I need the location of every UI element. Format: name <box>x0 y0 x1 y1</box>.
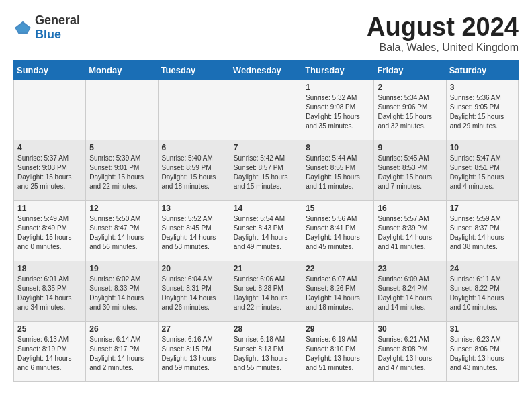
day-number: 16 <box>378 203 442 213</box>
header-sunday: Sunday <box>14 60 86 79</box>
cell-content: Sunrise: 5:34 AM Sunset: 9:06 PM Dayligh… <box>378 93 442 131</box>
calendar-cell: 2Sunrise: 5:34 AM Sunset: 9:06 PM Daylig… <box>374 79 446 140</box>
cell-content: Sunrise: 5:56 AM Sunset: 8:41 PM Dayligh… <box>306 214 370 252</box>
calendar-cell: 16Sunrise: 5:57 AM Sunset: 8:39 PM Dayli… <box>374 200 446 261</box>
cell-content: Sunrise: 5:59 AM Sunset: 8:37 PM Dayligh… <box>450 214 515 252</box>
cell-content: Sunrise: 6:02 AM Sunset: 8:33 PM Dayligh… <box>89 275 154 312</box>
cell-content: Sunrise: 6:19 AM Sunset: 8:10 PM Dayligh… <box>306 335 370 373</box>
day-number: 12 <box>89 203 154 213</box>
day-number: 13 <box>162 203 226 213</box>
day-number: 4 <box>17 143 82 152</box>
calendar-week-3: 18Sunrise: 6:01 AM Sunset: 8:35 PM Dayli… <box>14 261 519 321</box>
day-number: 3 <box>450 83 515 92</box>
header-saturday: Saturday <box>446 60 518 79</box>
day-number: 11 <box>17 203 82 213</box>
cell-content: Sunrise: 6:23 AM Sunset: 8:06 PM Dayligh… <box>450 335 515 373</box>
days-header-row: Sunday Monday Tuesday Wednesday Thursday… <box>14 60 519 79</box>
day-number: 5 <box>89 143 154 152</box>
calendar-cell: 14Sunrise: 5:54 AM Sunset: 8:43 PM Dayli… <box>230 200 302 261</box>
calendar-cell: 23Sunrise: 6:09 AM Sunset: 8:24 PM Dayli… <box>374 261 446 321</box>
day-number: 24 <box>450 264 515 273</box>
calendar-week-2: 11Sunrise: 5:49 AM Sunset: 8:49 PM Dayli… <box>14 200 519 261</box>
day-number: 25 <box>17 324 82 334</box>
cell-content: Sunrise: 5:40 AM Sunset: 8:59 PM Dayligh… <box>162 154 226 191</box>
calendar-cell <box>14 79 86 140</box>
calendar-cell: 29Sunrise: 6:19 AM Sunset: 8:10 PM Dayli… <box>302 321 374 381</box>
header-friday: Friday <box>374 60 446 79</box>
day-number: 9 <box>378 143 442 152</box>
calendar-cell: 18Sunrise: 6:01 AM Sunset: 8:35 PM Dayli… <box>14 261 86 321</box>
cell-content: Sunrise: 5:57 AM Sunset: 8:39 PM Dayligh… <box>378 214 442 252</box>
logo-general: General <box>35 13 80 27</box>
cell-content: Sunrise: 5:36 AM Sunset: 9:05 PM Dayligh… <box>450 93 515 131</box>
cell-content: Sunrise: 6:18 AM Sunset: 8:13 PM Dayligh… <box>234 335 298 373</box>
cell-content: Sunrise: 5:50 AM Sunset: 8:47 PM Dayligh… <box>89 214 154 252</box>
cell-content: Sunrise: 5:52 AM Sunset: 8:45 PM Dayligh… <box>162 214 226 252</box>
cell-content: Sunrise: 6:21 AM Sunset: 8:08 PM Dayligh… <box>378 335 442 373</box>
header-wednesday: Wednesday <box>230 60 302 79</box>
calendar-cell: 20Sunrise: 6:04 AM Sunset: 8:31 PM Dayli… <box>158 261 230 321</box>
cell-content: Sunrise: 6:14 AM Sunset: 8:17 PM Dayligh… <box>89 335 154 373</box>
logo-icon <box>13 20 32 35</box>
calendar-table: Sunday Monday Tuesday Wednesday Thursday… <box>13 60 519 382</box>
cell-content: Sunrise: 6:11 AM Sunset: 8:22 PM Dayligh… <box>450 275 515 312</box>
calendar-cell: 26Sunrise: 6:14 AM Sunset: 8:17 PM Dayli… <box>86 321 158 381</box>
day-number: 6 <box>162 143 226 152</box>
cell-content: Sunrise: 5:47 AM Sunset: 8:51 PM Dayligh… <box>450 154 515 191</box>
calendar-cell: 22Sunrise: 6:07 AM Sunset: 8:26 PM Dayli… <box>302 261 374 321</box>
cell-content: Sunrise: 6:07 AM Sunset: 8:26 PM Dayligh… <box>306 275 370 312</box>
day-number: 18 <box>17 264 82 273</box>
calendar-cell: 13Sunrise: 5:52 AM Sunset: 8:45 PM Dayli… <box>158 200 230 261</box>
title-area: August 2024 Bala, Wales, United Kingdom <box>367 13 519 54</box>
logo: GeneralBlue <box>13 13 80 42</box>
day-number: 27 <box>162 324 226 334</box>
day-number: 2 <box>378 83 442 92</box>
cell-content: Sunrise: 5:44 AM Sunset: 8:55 PM Dayligh… <box>306 154 370 191</box>
logo-blue: Blue <box>35 28 61 41</box>
calendar-cell: 6Sunrise: 5:40 AM Sunset: 8:59 PM Daylig… <box>158 140 230 200</box>
calendar-cell: 24Sunrise: 6:11 AM Sunset: 8:22 PM Dayli… <box>446 261 518 321</box>
cell-content: Sunrise: 5:39 AM Sunset: 9:01 PM Dayligh… <box>89 154 154 191</box>
logo-text: GeneralBlue <box>35 13 80 42</box>
calendar-cell <box>158 79 230 140</box>
day-number: 14 <box>234 203 298 213</box>
cell-content: Sunrise: 5:42 AM Sunset: 8:57 PM Dayligh… <box>234 154 298 191</box>
day-number: 28 <box>234 324 298 334</box>
day-number: 15 <box>306 203 370 213</box>
location-title: Bala, Wales, United Kingdom <box>367 42 519 54</box>
day-number: 20 <box>162 264 226 273</box>
calendar-cell: 25Sunrise: 6:13 AM Sunset: 8:19 PM Dayli… <box>14 321 86 381</box>
calendar-cell: 28Sunrise: 6:18 AM Sunset: 8:13 PM Dayli… <box>230 321 302 381</box>
day-number: 19 <box>89 264 154 273</box>
day-number: 29 <box>306 324 370 334</box>
calendar-cell: 1Sunrise: 5:32 AM Sunset: 9:08 PM Daylig… <box>302 79 374 140</box>
cell-content: Sunrise: 6:13 AM Sunset: 8:19 PM Dayligh… <box>17 335 82 373</box>
cell-content: Sunrise: 5:49 AM Sunset: 8:49 PM Dayligh… <box>17 214 82 252</box>
cell-content: Sunrise: 6:04 AM Sunset: 8:31 PM Dayligh… <box>162 275 226 312</box>
calendar-cell: 17Sunrise: 5:59 AM Sunset: 8:37 PM Dayli… <box>446 200 518 261</box>
day-number: 31 <box>450 324 515 334</box>
calendar-cell: 8Sunrise: 5:44 AM Sunset: 8:55 PM Daylig… <box>302 140 374 200</box>
calendar-cell <box>230 79 302 140</box>
day-number: 23 <box>378 264 442 273</box>
header-monday: Monday <box>86 60 158 79</box>
day-number: 7 <box>234 143 298 152</box>
calendar-cell: 30Sunrise: 6:21 AM Sunset: 8:08 PM Dayli… <box>374 321 446 381</box>
day-number: 30 <box>378 324 442 334</box>
header-thursday: Thursday <box>302 60 374 79</box>
calendar-cell <box>86 79 158 140</box>
cell-content: Sunrise: 6:09 AM Sunset: 8:24 PM Dayligh… <box>378 275 442 312</box>
calendar-cell: 19Sunrise: 6:02 AM Sunset: 8:33 PM Dayli… <box>86 261 158 321</box>
calendar-cell: 15Sunrise: 5:56 AM Sunset: 8:41 PM Dayli… <box>302 200 374 261</box>
header-tuesday: Tuesday <box>158 60 230 79</box>
day-number: 26 <box>89 324 154 334</box>
day-number: 17 <box>450 203 515 213</box>
calendar-cell: 9Sunrise: 5:45 AM Sunset: 8:53 PM Daylig… <box>374 140 446 200</box>
calendar-week-4: 25Sunrise: 6:13 AM Sunset: 8:19 PM Dayli… <box>14 321 519 381</box>
calendar-cell: 7Sunrise: 5:42 AM Sunset: 8:57 PM Daylig… <box>230 140 302 200</box>
page-header: GeneralBlue August 2024 Bala, Wales, Uni… <box>13 13 519 54</box>
calendar-cell: 11Sunrise: 5:49 AM Sunset: 8:49 PM Dayli… <box>14 200 86 261</box>
cell-content: Sunrise: 6:16 AM Sunset: 8:15 PM Dayligh… <box>162 335 226 373</box>
calendar-week-0: 1Sunrise: 5:32 AM Sunset: 9:08 PM Daylig… <box>14 79 519 140</box>
calendar-cell: 31Sunrise: 6:23 AM Sunset: 8:06 PM Dayli… <box>446 321 518 381</box>
